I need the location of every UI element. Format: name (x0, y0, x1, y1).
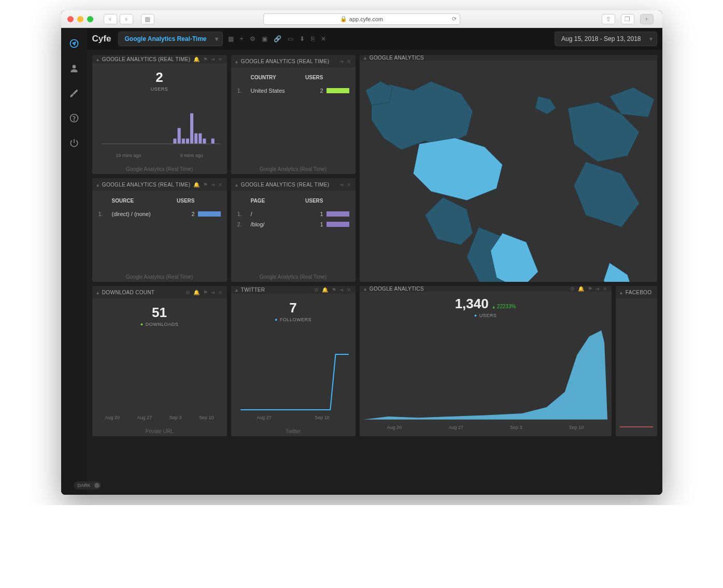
svg-point-0 (70, 40, 78, 48)
sidebar (61, 28, 87, 495)
alert-icon[interactable]: 🔔 (322, 287, 328, 293)
app-frame: Cyfe Google Analytics Real-Time ▦ + ⚙ ▣ … (61, 28, 662, 495)
svg-point-1 (72, 65, 76, 68)
widget-title: GOOGLE ANALYTICS (370, 55, 424, 61)
collapse-icon[interactable]: ▴ (235, 182, 238, 188)
topbar: Cyfe Google Analytics Real-Time ▦ + ⚙ ▣ … (87, 28, 662, 50)
close-widget-icon[interactable]: ✕ (218, 290, 222, 295)
reload-icon[interactable]: ⟳ (452, 16, 457, 22)
widget-title: GOOGLE ANALYTICS (370, 286, 424, 292)
alert-icon[interactable]: 🔔 (193, 290, 200, 295)
sidebar-toggle-icon[interactable]: ▦ (141, 14, 154, 24)
widget-realtime-users: ▴GOOGLE ANALYTICS (REAL TIME) 🔔⚑➜✕ 2 USE… (92, 55, 227, 174)
address-bar[interactable]: 🔒 app.cyfe.com ⟳ (263, 13, 460, 25)
close-icon[interactable]: ✕ (321, 35, 326, 42)
close-widget-icon[interactable]: ✕ (347, 182, 351, 188)
close-widget-icon[interactable]: ✕ (603, 286, 607, 292)
widget-twitter: ▴TWITTER ⚙🔔⚑➜✕ 7 FOLLOWERS Aug 27Sep 10 … (231, 286, 356, 436)
compass-icon[interactable] (69, 38, 79, 49)
minimize-window-icon[interactable] (77, 16, 83, 22)
widget-sources: ▴GOOGLE ANALYTICS (REAL TIME) 🔔⚑➜✕ SOURC… (92, 178, 227, 282)
download-icon[interactable]: ⬇ (300, 35, 305, 42)
expand-icon[interactable]: ➜ (339, 287, 344, 293)
gear-icon[interactable]: ⚙ (314, 287, 319, 293)
dashboard-selector[interactable]: Google Analytics Real-Time (118, 32, 223, 46)
collapse-icon[interactable]: ▴ (96, 182, 99, 188)
svg-rect-10 (199, 133, 202, 144)
alert-icon[interactable]: 🔔 (193, 182, 200, 188)
close-widget-icon[interactable]: ✕ (347, 59, 351, 64)
flag-icon[interactable]: ⚑ (588, 286, 592, 292)
collapse-icon[interactable]: ▴ (235, 287, 238, 293)
date-range-picker[interactable]: Aug 15, 2018 - Sep 13, 2018 (555, 32, 657, 46)
user-icon[interactable] (69, 63, 79, 74)
close-widget-icon[interactable]: ✕ (347, 287, 351, 293)
expand-icon[interactable]: ➜ (596, 286, 600, 292)
collapse-icon[interactable]: ▴ (96, 290, 99, 295)
svg-rect-5 (177, 128, 180, 144)
image-icon[interactable]: ▣ (262, 35, 267, 42)
alert-icon[interactable]: 🔔 (193, 56, 200, 62)
flag-icon[interactable]: ⚑ (203, 182, 208, 188)
close-window-icon[interactable] (67, 16, 74, 22)
widget-title: GOOGLE ANALYTICS (REAL TIME) (102, 56, 190, 62)
gear-icon[interactable]: ⚙ (570, 286, 575, 292)
expand-icon[interactable]: ➜ (211, 290, 215, 295)
world-map[interactable] (360, 61, 657, 282)
add-widget-icon[interactable]: + (240, 35, 244, 42)
maximize-window-icon[interactable] (87, 16, 93, 22)
date-range-text: Aug 15, 2018 - Sep 13, 2018 (561, 35, 641, 42)
forward-button[interactable]: › (120, 14, 133, 24)
link-icon[interactable]: 🔗 (274, 35, 281, 42)
svg-rect-9 (194, 133, 197, 144)
back-button[interactable]: ‹ (104, 14, 117, 24)
dashboard-name: Google Analytics Real-Time (125, 35, 207, 42)
followers-label: FOLLOWERS (235, 317, 351, 322)
close-widget-icon[interactable]: ✕ (218, 56, 222, 62)
svg-rect-4 (173, 139, 176, 144)
table-row: 1.(direct) / (none)2 (96, 209, 223, 219)
svg-rect-6 (181, 139, 185, 144)
widget-title: GOOGLE ANALYTICS (REAL TIME) (102, 182, 190, 188)
collapse-icon[interactable]: ▴ (364, 286, 366, 292)
collapse-icon[interactable]: ▴ (96, 56, 99, 62)
browser-chrome: ‹ › ▦ 🔒 app.cyfe.com ⟳ ⇪ ❐ + (61, 10, 662, 28)
grid-icon[interactable]: ▦ (228, 35, 234, 42)
widget-title: FACEBOO (626, 290, 651, 295)
downloads-count: 51 (96, 305, 223, 321)
main-area: Cyfe Google Analytics Real-Time ▦ + ⚙ ▣ … (87, 28, 662, 495)
expand-icon[interactable]: ➜ (339, 59, 344, 64)
expand-icon[interactable]: ➜ (211, 182, 215, 188)
new-tab-icon[interactable]: + (640, 14, 654, 24)
export-icon[interactable]: ⎘ (311, 35, 315, 42)
table-row: 2./blog/1 (235, 219, 351, 230)
lock-icon: 🔒 (340, 16, 347, 22)
flag-icon[interactable]: ⚑ (203, 56, 208, 62)
power-icon[interactable] (69, 138, 79, 148)
users-total: 1,340 (455, 296, 489, 311)
close-widget-icon[interactable]: ✕ (218, 182, 222, 188)
settings-icon[interactable]: ⚙ (250, 35, 256, 42)
expand-icon[interactable]: ➜ (211, 56, 215, 62)
collapse-icon[interactable]: ▴ (364, 55, 366, 61)
tabs-icon[interactable]: ❐ (621, 14, 634, 24)
users-count: 2 (96, 69, 223, 85)
users-label: USERS (96, 87, 223, 92)
collapse-icon[interactable]: ▴ (620, 290, 622, 295)
tools-icon[interactable] (69, 88, 79, 98)
help-icon[interactable] (69, 113, 79, 123)
widget-downloads: ▴DOWNLOAD COUNT ⚙🔔⚑➜✕ 51 DOWNLOADS Aug 2… (92, 286, 227, 436)
flag-icon[interactable]: ⚑ (203, 290, 208, 295)
collapse-icon[interactable]: ▴ (235, 59, 238, 64)
share-icon[interactable]: ⇪ (602, 14, 615, 24)
nav-buttons: ‹ › ▦ (104, 14, 157, 24)
url-text: app.cyfe.com (349, 16, 383, 22)
flag-icon[interactable]: ⚑ (332, 287, 336, 293)
alert-icon[interactable]: 🔔 (578, 286, 584, 292)
expand-icon[interactable]: ➜ (339, 182, 344, 188)
widget-title: GOOGLE ANALYTICS (REAL TIME) (241, 182, 329, 188)
display-icon[interactable]: ▭ (288, 35, 293, 42)
logo: Cyfe (92, 34, 113, 44)
gear-icon[interactable]: ⚙ (186, 290, 190, 295)
theme-toggle[interactable]: DARK (74, 481, 101, 490)
